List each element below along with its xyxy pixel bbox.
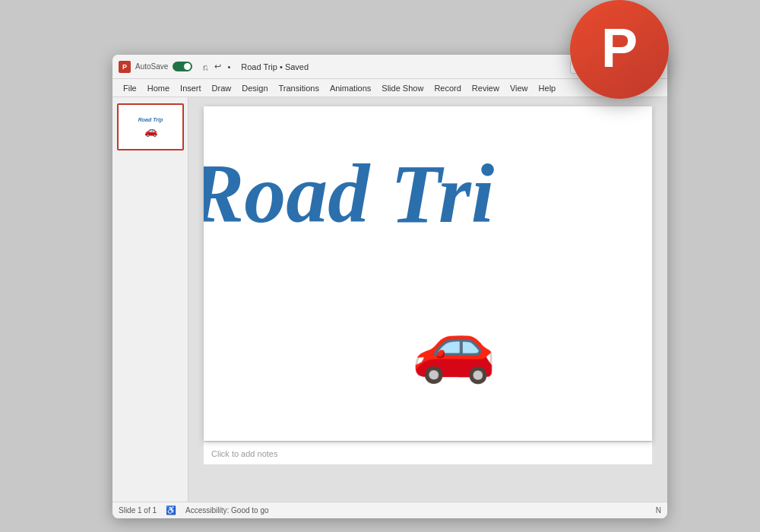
menu-animations[interactable]: Animations: [325, 82, 375, 94]
ppt-logo-letter: P: [601, 21, 638, 75]
toolbar-icons: ⎌ ↩ •: [201, 61, 232, 72]
autosave-toggle[interactable]: [173, 62, 192, 71]
autosave-label: AutoSave: [135, 62, 168, 71]
notes-placeholder: Click to add notes: [211, 449, 277, 458]
status-bar-right: N: [656, 506, 661, 515]
menu-draw[interactable]: Draw: [207, 82, 236, 94]
status-right-label: N: [656, 506, 661, 515]
menu-review[interactable]: Review: [467, 82, 504, 94]
menu-view[interactable]: View: [505, 82, 533, 94]
notes-area[interactable]: Click to add notes: [204, 442, 652, 464]
slide-thumb-title: Road Trip: [138, 117, 163, 123]
slide-car-emoji: 🚗: [411, 312, 496, 380]
app-window: P AutoSave ⎌ ↩ • Road Trip • Saved File …: [112, 55, 667, 518]
accessibility-icon: ♿: [166, 505, 176, 515]
status-bar: Slide 1 of 1 ♿ Accessibility: Good to go…: [112, 502, 667, 518]
autosave-knob: [184, 63, 191, 70]
undo-icon[interactable]: ⎌: [201, 62, 210, 72]
more-icon[interactable]: •: [226, 62, 232, 72]
slide-panel: Road Trip 🚗: [112, 97, 188, 502]
slide-thumbnail-1[interactable]: Road Trip 🚗: [117, 103, 184, 150]
ppt-logo-circle: P: [570, 0, 669, 99]
menu-slideshow[interactable]: Slide Show: [377, 82, 428, 94]
window-title: Road Trip • Saved: [241, 62, 309, 71]
title-bar-left: P AutoSave ⎌ ↩ • Road Trip • Saved: [119, 61, 570, 73]
menu-design[interactable]: Design: [237, 82, 272, 94]
slide-info: Slide 1 of 1: [119, 506, 157, 515]
menu-record[interactable]: Record: [429, 82, 465, 94]
menu-insert[interactable]: Insert: [176, 82, 206, 94]
slide-canvas[interactable]: Road Tri 🚗: [204, 106, 652, 441]
main-content: Road Trip 🚗 Road Tri 🚗 Click to add note…: [112, 97, 667, 502]
redo-icon[interactable]: ↩: [213, 61, 223, 72]
ppt-logo-overlay: P: [570, 0, 669, 99]
slide-area: Road Tri 🚗 Click to add notes: [188, 97, 667, 502]
accessibility-label: Accessibility: Good to go: [185, 506, 269, 515]
menu-help[interactable]: Help: [534, 82, 561, 94]
menu-transitions[interactable]: Transitions: [274, 82, 324, 94]
menu-file[interactable]: File: [119, 82, 141, 94]
menu-home[interactable]: Home: [143, 82, 174, 94]
ppt-icon-small: P: [119, 61, 131, 73]
slide-thumb-car: 🚗: [144, 125, 157, 137]
slide-title-text: Road Tri: [204, 152, 494, 236]
